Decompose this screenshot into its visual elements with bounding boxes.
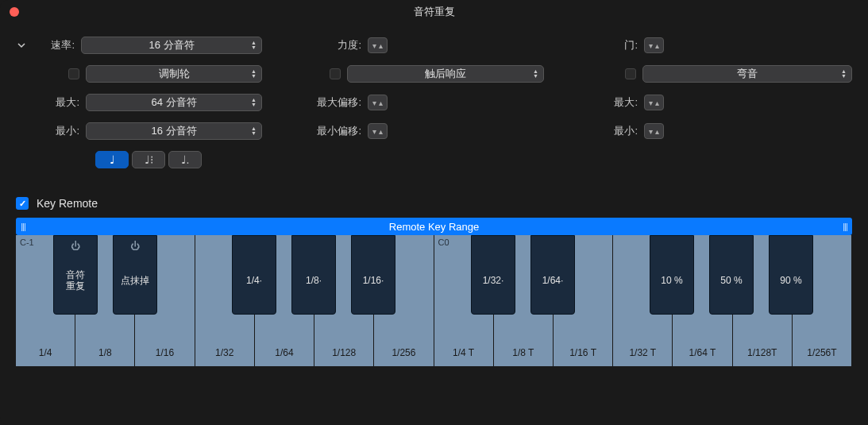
min-select[interactable]: 16 分音符 ▲▼ [86,122,262,140]
gate-column: 门: ▾ ▴ 弯音 ▲▼ 最大: ▾ ▴ 最小: ▾ ▴ [606,36,852,169]
key-remote-section: ✓ Key Remote ||| Remote Key Range ||| 1/… [0,177,868,374]
black-key[interactable]: 1/4· [232,235,276,315]
black-key-label: 音符 重复 [66,269,85,292]
black-key-label: 1/32· [483,275,504,286]
black-key-label: 10 % [661,275,682,286]
gate-min-stepper[interactable]: ▾ ▴ [644,123,664,139]
updown-icon: ▲▼ [533,69,538,79]
max-offset-stepper[interactable]: ▾ ▴ [368,95,388,110]
max-select[interactable]: 64 分音符 ▲▼ [86,94,262,111]
black-key[interactable]: 1/64· [530,235,575,315]
power-icon[interactable]: ⏻ [130,241,140,252]
black-key[interactable]: 50 % [709,235,754,315]
titlebar: 音符重复 [0,0,868,24]
updown-icon: ▲▼ [841,69,847,79]
black-key[interactable]: 1/32· [471,235,515,315]
note-label-c-1: C-1 [20,238,34,247]
max-offset-label: 最大偏移: [298,95,361,110]
disclosure-icon[interactable] [16,40,27,51]
mod-checkbox[interactable] [68,68,79,79]
gate-label: 门: [606,38,638,52]
note-plain-button[interactable]: ♩ [95,151,129,168]
bend-checkbox[interactable] [625,68,636,79]
mod-select[interactable]: 调制轮 ▲▼ [86,65,262,83]
black-key-label: 50 % [720,275,742,286]
velocity-column: 力度: ▾ ▴ 触后响应 ▲▼ 最大偏移: ▾ ▴ 最小偏移: ▾ ▴ [298,36,544,169]
bend-select[interactable]: 弯音 ▲▼ [642,65,852,83]
updown-icon: ▲▼ [251,41,257,50]
note-repeat-window: 音符重复 速率: 16 分音符 ▲▼ 调制轮 ▲▼ [0,0,868,425]
min-label: 最小: [16,124,79,138]
key-remote-label: Key Remote [37,197,98,210]
gate-stepper[interactable]: ▾ ▴ [644,37,664,53]
updown-icon: ▲▼ [251,98,257,107]
black-key[interactable]: 10 % [650,235,694,315]
black-key-label: 1/4· [246,275,262,286]
remote-key-range-bar[interactable]: ||| Remote Key Range ||| [16,218,852,235]
gate-min-label: 最小: [606,124,638,138]
bend-value: 弯音 [737,67,758,81]
black-key-label: 1/8· [306,275,322,286]
note-label-c0: C0 [438,238,449,247]
max-value: 64 分音符 [151,95,196,110]
black-key-label: 1/16· [363,275,384,286]
min-value: 16 分音符 [151,124,196,138]
updown-icon: ▲▼ [251,69,257,79]
min-offset-label: 最小偏移: [298,124,361,138]
controls-area: 速率: 16 分音符 ▲▼ 调制轮 ▲▼ 最大: 64 分音符 ▲▼ [0,24,868,177]
aftertouch-value: 触后响应 [425,67,466,81]
range-handle-left[interactable]: ||| [18,218,28,235]
range-handle-right[interactable]: ||| [840,218,850,235]
keyboard: 1/4C-11/81/161/321/641/1281/2561/4 TC01/… [16,235,852,366]
gate-max-label: 最大: [606,95,638,110]
note-dotted-button[interactable]: ♩. [168,151,202,168]
velocity-label: 力度: [298,38,361,52]
black-key[interactable]: ⏻点抹掉 [113,235,157,315]
key-remote-header: ✓ Key Remote [16,197,852,210]
updown-icon: ▲▼ [251,126,257,136]
velocity-stepper[interactable]: ▾ ▴ [368,37,388,53]
rate-select[interactable]: 16 分音符 ▲▼ [81,37,262,54]
black-key[interactable]: ⏻音符 重复 [53,235,98,315]
note-type-group: ♩ ♩⁝ ♩. [95,151,202,168]
black-key-label: 1/64· [542,275,564,286]
min-offset-stepper[interactable]: ▾ ▴ [368,123,388,139]
black-key-label: 点抹掉 [121,275,149,286]
black-key[interactable]: 90 % [769,235,813,315]
max-label: 最大: [16,95,79,110]
aftertouch-select[interactable]: 触后响应 ▲▼ [347,65,544,83]
close-button[interactable] [10,7,19,17]
mod-value: 调制轮 [159,67,190,81]
range-bar-label: Remote Key Range [389,221,479,233]
note-triplet-button[interactable]: ♩⁝ [132,151,165,168]
key-remote-checkbox[interactable]: ✓ [16,197,29,210]
black-key-label: 90 % [780,275,801,286]
rate-column: 速率: 16 分音符 ▲▼ 调制轮 ▲▼ 最大: 64 分音符 ▲▼ [16,36,262,169]
black-key[interactable]: 1/8· [291,235,336,315]
power-icon[interactable]: ⏻ [71,241,80,252]
aftertouch-checkbox[interactable] [330,68,341,79]
rate-label: 速率: [33,38,75,52]
gate-max-stepper[interactable]: ▾ ▴ [644,95,664,110]
black-key[interactable]: 1/16· [351,235,395,315]
window-title: 音符重复 [414,5,455,19]
rate-value: 16 分音符 [149,38,194,52]
